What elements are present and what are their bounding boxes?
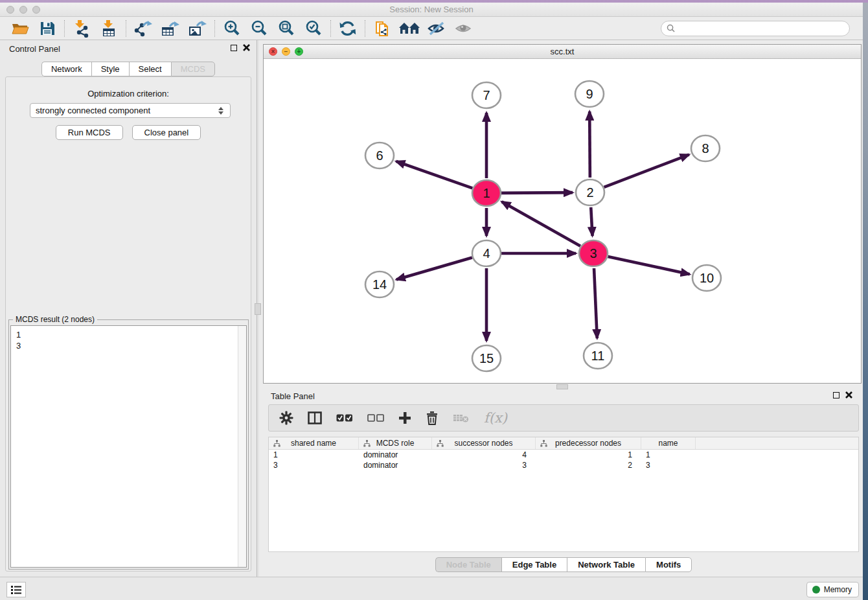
edge-3-11[interactable] xyxy=(594,268,597,338)
import-table-button[interactable] xyxy=(95,18,122,39)
zoom-out-icon xyxy=(250,19,268,38)
search-input[interactable] xyxy=(679,24,844,33)
import-network-icon xyxy=(73,19,91,38)
close-panel-button[interactable]: Close panel xyxy=(132,125,201,140)
edge-1-2[interactable] xyxy=(501,192,573,193)
graph-node-11[interactable]: 11 xyxy=(584,343,612,369)
table-row[interactable]: 1dominator411 xyxy=(269,450,858,460)
run-mcds-button[interactable]: Run MCDS xyxy=(56,125,123,140)
copy-network-button[interactable] xyxy=(369,18,396,39)
memory-status-icon xyxy=(812,586,820,594)
attribute-tree-icon xyxy=(363,440,371,447)
graph-node-2[interactable]: 2 xyxy=(576,179,604,205)
show-all-icon xyxy=(454,20,474,37)
split-columns-icon[interactable] xyxy=(308,411,322,424)
tab-node-table[interactable]: Node Table xyxy=(435,557,501,572)
result-scrollbar[interactable] xyxy=(238,326,246,567)
add-column-icon[interactable] xyxy=(398,411,411,424)
column-header-MCDS-role[interactable]: MCDS role xyxy=(359,437,432,449)
screen: Session: New Session xyxy=(0,0,868,600)
column-header-successor-nodes[interactable]: successor nodes xyxy=(432,437,536,449)
svg-text:11: 11 xyxy=(591,349,605,363)
open-session-button[interactable] xyxy=(6,18,34,39)
float-table-panel-icon[interactable] xyxy=(833,392,839,398)
graph-node-8[interactable]: 8 xyxy=(691,135,720,161)
refresh-layout-button[interactable] xyxy=(334,18,361,39)
export-table-button[interactable] xyxy=(157,18,184,39)
tab-network[interactable]: Network xyxy=(41,62,91,76)
tab-network-table[interactable]: Network Table xyxy=(567,557,645,572)
zoom-fit-button[interactable] xyxy=(273,18,300,39)
toolbar-separator xyxy=(126,20,126,37)
edge-2-3[interactable] xyxy=(591,207,592,236)
close-table-panel-icon[interactable] xyxy=(845,391,852,398)
delete-column-icon[interactable] xyxy=(426,411,439,425)
column-header-name[interactable]: name xyxy=(641,437,696,449)
show-all-button[interactable] xyxy=(450,18,477,39)
tab-edge-table[interactable]: Edge Table xyxy=(501,557,567,572)
table-panel: Table Panel xyxy=(268,387,859,577)
memory-button[interactable]: Memory xyxy=(806,582,859,597)
mcds-result-textarea[interactable]: 1 3 xyxy=(10,325,247,568)
control-panel-title: Control Panel xyxy=(9,44,60,54)
zoom-fit-icon xyxy=(277,19,295,38)
hide-selected-button[interactable] xyxy=(423,18,450,39)
mcds-panel-body: Optimization criterion: strongly connect… xyxy=(5,76,251,571)
edge-2-9[interactable] xyxy=(589,111,590,178)
graph-node-9[interactable]: 9 xyxy=(575,81,604,107)
graph-node-6[interactable]: 6 xyxy=(365,143,394,168)
save-session-button[interactable] xyxy=(34,18,61,39)
graph-node-7[interactable]: 7 xyxy=(472,82,501,108)
column-header-shared-name[interactable]: shared name xyxy=(269,437,359,449)
tab-select[interactable]: Select xyxy=(129,62,171,76)
zoom-selected-button[interactable] xyxy=(300,18,327,39)
graph-node-4[interactable]: 4 xyxy=(472,240,501,266)
search-field[interactable] xyxy=(661,21,850,36)
control-panel: Control Panel Network Style Select MCDS xyxy=(0,40,257,577)
export-image-button[interactable] xyxy=(184,18,211,39)
deselect-all-rows-icon[interactable] xyxy=(367,413,384,422)
table-cell: 1 xyxy=(536,450,641,460)
tab-motifs[interactable]: Motifs xyxy=(645,557,692,572)
first-neighbors-button[interactable] xyxy=(396,18,423,39)
delete-table-icon[interactable] xyxy=(453,413,470,423)
graph-node-3[interactable]: 3 xyxy=(579,240,608,266)
close-panel-icon[interactable] xyxy=(243,44,250,51)
graph-node-15[interactable]: 15 xyxy=(472,345,501,371)
save-session-icon xyxy=(39,20,56,37)
edge-1-6[interactable] xyxy=(396,161,472,188)
float-panel-icon[interactable] xyxy=(231,45,237,51)
window-titlebar: Session: New Session xyxy=(0,3,863,17)
edge-3-10[interactable] xyxy=(608,257,689,274)
window-title: Session: New Session xyxy=(0,5,863,14)
column-header-predecessor-nodes[interactable]: predecessor nodes xyxy=(536,437,641,449)
table-row[interactable]: 3dominator323 xyxy=(269,460,858,470)
table-panel-title: Table Panel xyxy=(271,391,315,401)
svg-text:1: 1 xyxy=(483,186,490,200)
node-table[interactable]: shared nameMCDS rolesuccessor nodesprede… xyxy=(268,437,859,552)
table-cell: 2 xyxy=(536,460,641,470)
graph-node-1[interactable]: 1 xyxy=(472,180,501,206)
task-history-button[interactable] xyxy=(6,582,26,597)
tab-mcds[interactable]: MCDS xyxy=(171,62,215,76)
table-toolbar: f(x) xyxy=(268,404,859,432)
edge-2-8[interactable] xyxy=(604,155,689,187)
table-panel-header: Table Panel xyxy=(268,387,859,404)
function-builder-icon[interactable]: f(x) xyxy=(484,410,507,426)
zoom-in-button[interactable] xyxy=(218,18,246,39)
graph-node-10[interactable]: 10 xyxy=(692,265,721,291)
edge-3-1[interactable] xyxy=(502,202,580,246)
zoom-out-button[interactable] xyxy=(246,18,273,39)
export-image-icon xyxy=(188,19,207,38)
optimization-criterion-select[interactable]: strongly connected component xyxy=(30,103,231,118)
gear-icon[interactable] xyxy=(279,411,293,425)
tab-style[interactable]: Style xyxy=(91,62,129,76)
select-all-rows-icon[interactable] xyxy=(336,413,353,422)
edge-4-14[interactable] xyxy=(396,257,472,279)
import-network-button[interactable] xyxy=(68,18,95,39)
attribute-tree-icon xyxy=(540,440,547,447)
export-network-button[interactable] xyxy=(130,18,157,39)
graph-node-14[interactable]: 14 xyxy=(365,271,394,297)
search-icon xyxy=(667,24,675,32)
network-canvas[interactable]: 7968124314101511 xyxy=(264,59,861,383)
